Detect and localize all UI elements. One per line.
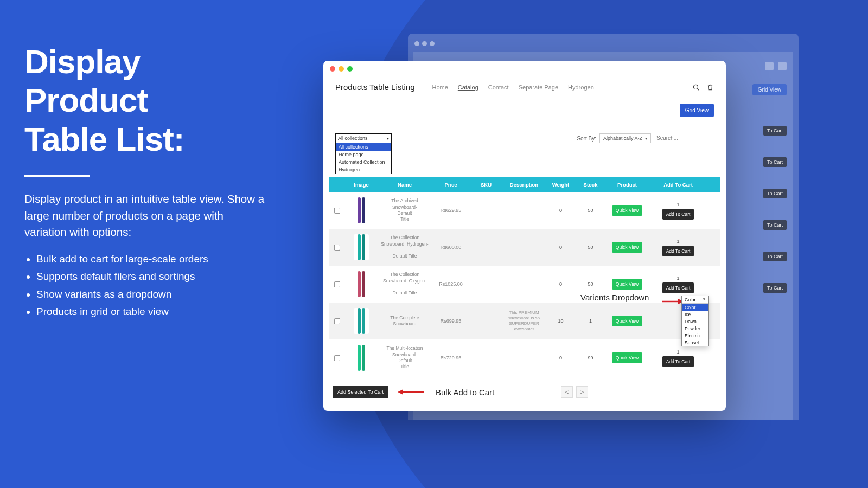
bg-grid-view-button: Grid View xyxy=(752,84,787,95)
collections-selected: All collections xyxy=(338,136,368,141)
add-selected-to-cart-button[interactable]: Add Selected To Cart xyxy=(333,386,388,398)
qty-value: 1 xyxy=(676,349,679,355)
product-weight: 0 xyxy=(546,351,576,365)
product-price: Rs600.00 xyxy=(432,240,470,254)
app-window: Products Table Listing Home Catalog Cont… xyxy=(323,61,726,411)
product-description xyxy=(502,243,546,252)
col-check xyxy=(329,177,345,192)
bag-icon[interactable] xyxy=(706,84,714,91)
product-price: Rs629.95 xyxy=(432,203,470,217)
product-sku xyxy=(470,243,502,252)
sort-select[interactable]: Alphabatically A-Z ▾ xyxy=(599,133,651,143)
quick-view-button[interactable]: Quick View xyxy=(612,352,642,363)
window-minimize-icon[interactable] xyxy=(339,66,344,72)
quick-view-button[interactable]: Quick View xyxy=(612,242,642,253)
product-name: The Collection Snowboard: Oxygen- Defaul… xyxy=(378,267,432,301)
nav-hydrogen[interactable]: Hydrogen xyxy=(568,84,594,91)
sort-by-label: Sort By: xyxy=(577,136,596,142)
row-checkbox[interactable] xyxy=(334,355,340,361)
window-titlebar xyxy=(323,61,726,76)
app-title: Products Table Listing xyxy=(335,82,414,92)
qty-value: 1 xyxy=(676,275,679,281)
add-to-cart-button[interactable]: Add To Cart xyxy=(662,209,694,220)
add-to-cart-button[interactable]: Add To Cart xyxy=(662,356,694,367)
chevron-down-icon: ▾ xyxy=(387,136,389,141)
row-checkbox[interactable] xyxy=(334,244,340,250)
nav-catalog[interactable]: Catalog xyxy=(458,84,478,91)
col-name: Name xyxy=(378,177,432,192)
col-image: Image xyxy=(345,177,378,192)
collection-option[interactable]: Automated Collection xyxy=(336,158,391,166)
products-table: Image Name Price SKU Description Weight … xyxy=(329,177,720,376)
window-close-icon[interactable] xyxy=(330,66,335,72)
product-sku xyxy=(470,206,502,215)
product-stock: 99 xyxy=(576,351,605,365)
variant-option[interactable]: Sunset xyxy=(682,339,708,346)
row-checkbox[interactable] xyxy=(334,318,340,324)
prev-page-button[interactable]: < xyxy=(561,386,573,398)
chevron-down-icon: ▾ xyxy=(645,136,647,141)
feature-item: Show variants as a dropdown xyxy=(36,286,269,303)
variant-option[interactable]: Electric xyxy=(682,332,708,339)
page-title: Display Product Table List: xyxy=(24,42,269,158)
product-stock: 50 xyxy=(576,203,605,217)
table-row: The Collection Snowboard: Oxygen- Defaul… xyxy=(329,266,720,303)
quick-view-button[interactable]: Quick View xyxy=(612,279,642,290)
feature-item: Bulk add to cart for large-scale orders xyxy=(36,251,269,268)
quick-view-button[interactable]: Quick View xyxy=(612,316,642,326)
product-image xyxy=(354,234,369,260)
collection-option[interactable]: All collections xyxy=(336,143,391,151)
bulk-add-frame: Add Selected To Cart xyxy=(331,384,390,400)
table-header: Image Name Price SKU Description Weight … xyxy=(329,177,720,192)
variant-option[interactable]: Dawn xyxy=(682,318,708,325)
product-weight: 0 xyxy=(546,240,576,254)
grid-view-button[interactable]: Grid View xyxy=(680,104,714,117)
search-input[interactable] xyxy=(654,133,714,143)
bulk-add-label: Bulk Add to Cart xyxy=(436,388,494,397)
add-to-cart-button[interactable]: Add To Cart xyxy=(662,282,694,293)
product-image xyxy=(354,271,369,297)
product-sku xyxy=(470,317,502,325)
col-product: Product xyxy=(605,177,649,192)
quick-view-button[interactable]: Quick View xyxy=(612,205,642,216)
product-name: The Complete Snowboard xyxy=(378,311,432,332)
product-name: The Multi-location Snowboard-Default Tit… xyxy=(378,341,432,375)
next-page-button[interactable]: > xyxy=(576,386,588,398)
product-price: Rs729.95 xyxy=(432,351,470,365)
nav-contact[interactable]: Contact xyxy=(488,84,509,91)
variant-option[interactable]: Ice xyxy=(682,311,708,318)
product-weight: 0 xyxy=(546,203,576,217)
col-description: Description xyxy=(502,177,546,192)
col-add-to-cart: Add To Cart xyxy=(649,177,707,192)
product-sku xyxy=(470,354,502,362)
table-row: The Complete Snowboard Rs699.95 This PRE… xyxy=(329,303,720,339)
search-icon[interactable] xyxy=(692,84,700,91)
variant-option[interactable]: Powder xyxy=(682,325,708,332)
variant-option[interactable]: Color xyxy=(682,304,708,311)
nav-home[interactable]: Home xyxy=(432,84,448,91)
product-name: The Collection Snowboard: Hydrogen- Defa… xyxy=(378,230,432,264)
product-price: Rs1025.00 xyxy=(432,277,470,291)
collection-option[interactable]: Home page xyxy=(336,151,391,158)
add-to-cart-button[interactable]: Add To Cart xyxy=(662,246,694,256)
qty-value: 1 xyxy=(676,202,679,207)
feature-list: Bulk add to cart for large-scale orders … xyxy=(24,251,269,320)
marketing-panel: Display Product Table List: Display prod… xyxy=(24,42,269,320)
product-image xyxy=(354,197,369,223)
product-description xyxy=(502,280,546,288)
collection-option[interactable]: Hydrogen xyxy=(336,166,391,174)
row-checkbox[interactable] xyxy=(334,281,340,287)
collections-select[interactable]: All collections ▾ All collections Home p… xyxy=(335,133,392,174)
col-weight: Weight xyxy=(546,177,576,192)
product-description: This PREMIUM snowboard is so SUPERDUPER … xyxy=(502,306,546,336)
nav-separate-page[interactable]: Separate Page xyxy=(519,84,558,91)
row-checkbox[interactable] xyxy=(334,207,340,213)
col-stock: Stock xyxy=(576,177,605,192)
window-maximize-icon[interactable] xyxy=(347,66,353,72)
product-name: The Archived Snowboard-Default Title xyxy=(378,194,432,227)
variants-dropdown[interactable]: Color ▾ Color Ice Dawn Powder Electric S… xyxy=(681,296,709,346)
product-description xyxy=(502,354,546,362)
svg-line-1 xyxy=(697,88,699,90)
product-price: Rs699.95 xyxy=(432,314,470,328)
product-stock: 1 xyxy=(576,314,605,328)
